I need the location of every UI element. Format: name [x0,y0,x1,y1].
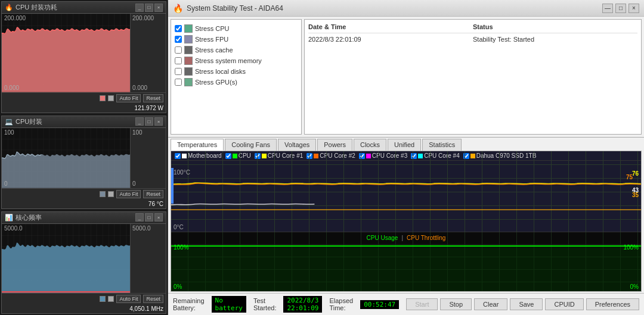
cpu-power-window: 🔥 CPU 封装功耗 _ □ × [1,1,166,113]
chart-min-label: 0.000 [4,85,19,91]
stress-fpu-icon [184,35,193,43]
minimize-btn[interactable]: _ [135,4,144,12]
stress-disk-item: Stress local disks [175,66,298,77]
cpuid-button[interactable]: CPUID [545,298,583,310]
chart-content-3: 5000.0 [2,224,130,293]
stress-cache-label: Stress cache [195,46,233,54]
stress-cpu-icon [184,24,193,33]
start-button[interactable]: Start [406,298,438,310]
tab-temperatures[interactable]: Temperatures [171,139,224,151]
aida-flame-icon: 🔥 [173,4,183,13]
stress-mem-check[interactable] [175,57,182,64]
temp-chart-area: Motherboard CPU CPU Core #1 CPU Core #2 [171,151,641,232]
stress-cpu-label: Stress CPU [195,25,229,32]
maximize-btn-3[interactable]: □ [145,213,153,222]
freq-current-value: 4,050.1 MHz [2,304,166,313]
left-indicator [171,168,174,204]
auto-fit-btn-3[interactable]: Auto Fit [116,295,141,303]
maximize-btn[interactable]: □ [145,4,153,12]
close-btn[interactable]: × [154,4,163,12]
minimize-btn-2[interactable]: _ [135,117,144,126]
aida-close-icon[interactable]: × [628,4,639,13]
usage-right-min: 0% [630,283,639,290]
axis-min-2: 0 [132,180,164,187]
stress-cpu-item: Stress CPU [175,23,298,34]
preferences-button[interactable]: Preferences [586,298,639,310]
test-started-value: 2022/8/3 22:01:09 [283,296,322,313]
stress-fpu-check[interactable] [175,36,182,43]
minimize-icon[interactable]: — [602,4,613,13]
axis-max-2: 100 [132,129,164,136]
bottom-status-bar: Remaining Battery: No battery Test Start… [168,293,644,315]
chart-max-label-2: 100 [4,129,14,136]
temp-val-76: 76 [632,170,639,177]
maximize-btn-2[interactable]: □ [145,117,153,126]
datetime-header: Date & Time [308,23,473,30]
auto-fit-btn[interactable]: Auto Fit [116,94,141,102]
stress-gpu-check[interactable] [175,79,182,86]
core-freq-window: 📊 核心频率 _ □ × [1,211,166,314]
temp-val-75: 75 [626,174,633,180]
core-freq-chart: 5000.0 5000.0 [2,224,166,293]
usage-min-pct: 0% [174,283,182,290]
cpu-package-title: CPU封装 [16,117,42,126]
cpu-power-title: CPU 封装功耗 [16,3,57,12]
color-picker-3[interactable] [100,191,106,197]
stress-disk-check[interactable] [175,68,182,75]
power-chart-controls: Auto Fit Reset [2,92,166,104]
aida64-titlebar: 🔥 System Stability Test - AIDA64 — □ × [168,0,644,17]
cpu-power-titlebar: 🔥 CPU 封装功耗 _ □ × [2,2,166,14]
stress-cpu-check[interactable] [175,25,182,32]
test-started-label: Test Started: [253,297,277,311]
color-picker-5[interactable] [100,296,106,302]
tab-clocks[interactable]: Clocks [354,139,386,151]
aida64-title-area: 🔥 System Stability Test - AIDA64 [173,4,283,13]
close-btn-2[interactable]: × [154,117,163,126]
status-header: Date & Time Status [308,23,637,33]
battery-label: Remaining Battery: [173,297,205,311]
stress-mem-icon [184,57,193,65]
chart-max-label: 200.000 [4,15,26,21]
stress-mem-label: Stress system memory [195,57,262,64]
usage-chart-svg [171,244,641,291]
freq-chart-controls: Auto Fit Reset [2,293,166,304]
status-values: 2022/8/3 22:01:09 Stability Test: Starte… [308,36,637,43]
clear-button[interactable]: Clear [474,298,507,310]
color-picker-1[interactable] [100,95,106,101]
usage-max-pct: 100% [174,244,189,251]
color-picker-6[interactable] [108,296,114,302]
stress-disk-label: Stress local disks [195,68,246,75]
cpu-power-chart: 200.000 0.000 200.000 0.000 [2,14,166,92]
reset-btn-3[interactable]: Reset [143,295,163,303]
color-picker-2[interactable] [108,95,114,101]
color-picker-4[interactable] [108,191,114,197]
minimize-btn-3[interactable]: _ [135,213,144,222]
axis-max-3: 5000.0 [132,225,164,232]
stress-cache-check[interactable] [175,46,182,54]
restore-icon[interactable]: □ [615,4,626,13]
tab-powers[interactable]: Powers [317,139,352,151]
axis-max: 200.000 [132,15,164,21]
cpu-throttling-label: CPU Throttling [407,235,445,241]
close-btn-3[interactable]: × [154,213,163,222]
tab-voltages[interactable]: Voltages [278,139,316,151]
stress-fpu-label: Stress FPU [195,36,228,43]
temp-max-label: 100°C [174,169,190,176]
chart-content: 200.000 0.000 [2,14,130,92]
auto-fit-btn-2[interactable]: Auto Fit [116,190,141,198]
core-freq-titlebar: 📊 核心频率 _ □ × [2,212,166,224]
tabs-row: Temperatures Cooling Fans Voltages Power… [168,138,644,151]
reset-btn-2[interactable]: Reset [143,190,163,198]
stop-button[interactable]: Stop [440,298,472,310]
battery-value: No battery [212,296,246,313]
tab-cooling-fans[interactable]: Cooling Fans [225,139,277,151]
reset-btn[interactable]: Reset [143,94,163,102]
tab-statistics[interactable]: Statistics [422,139,462,151]
aida64-body: Stress CPU Stress FPU Stress cache Stres… [168,17,644,137]
temp-min-label: 0°C [174,224,184,230]
tab-unified[interactable]: Unified [388,139,421,151]
save-button[interactable]: Save [510,298,543,310]
stress-gpu-label: Stress GPU(s) [195,79,237,86]
cpu-package-titlebar: 💻 CPU封装 _ □ × [2,116,166,128]
cpu-package-chart: 100 0 100 0 [2,128,166,188]
